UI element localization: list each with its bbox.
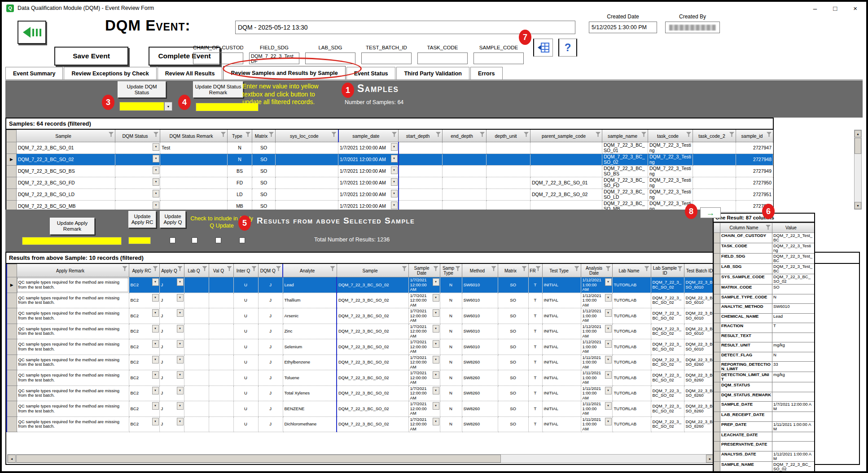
dropdown-button[interactable] [391, 155, 398, 162]
scrollbar-thumb[interactable] [16, 455, 501, 463]
dropdown-button[interactable] [605, 402, 612, 410]
sample-row[interactable]: DQM_7_22_3_BC_SO_LD LD SO 1/7/2021 12:00… [7, 189, 773, 201]
row-selector[interactable] [7, 401, 17, 417]
filter-funnel-icon[interactable] [221, 132, 226, 137]
tab[interactable]: Errors [470, 67, 503, 79]
row-selector[interactable] [714, 274, 720, 285]
results-column-header[interactable]: FR [528, 264, 542, 277]
one-result-row[interactable]: DETECT_FLAG N [714, 352, 815, 362]
samples-column-header[interactable]: sample_date [338, 130, 399, 142]
apply-q-include-checkbox[interactable] [239, 237, 245, 243]
one-result-row[interactable]: FIELD_SDG DQM_7_22_3_Test_BC [714, 254, 815, 264]
samples-column-header[interactable]: Type [228, 130, 252, 142]
results-column-header[interactable]: Inter Q [233, 264, 258, 277]
dropdown-button[interactable] [433, 278, 439, 286]
filter-funnel-icon[interactable] [524, 132, 529, 137]
sample-date-cell[interactable]: 1/7/2021 12:00:00 AM [338, 154, 399, 166]
apply-q-cell[interactable]: J [159, 339, 184, 355]
one-result-row[interactable]: ANALYTIC_METHOD SW6010 [714, 304, 815, 314]
row-selector[interactable] [7, 166, 17, 177]
result-row[interactable]: QC sample types required for the method … [7, 401, 741, 417]
apply-rc-cell[interactable]: BC2 [129, 355, 159, 370]
dropdown-button[interactable] [433, 387, 439, 394]
filter-funnel-icon[interactable] [436, 132, 441, 137]
dropdown-button[interactable] [391, 143, 398, 151]
dropdown-button[interactable] [152, 387, 159, 394]
apply-q-cell[interactable]: J [159, 401, 184, 417]
row-selector[interactable] [7, 339, 17, 355]
dropdown-button[interactable] [152, 309, 159, 317]
row-selector[interactable] [714, 402, 720, 412]
minimize-button[interactable]: – [813, 4, 817, 12]
results-column-header[interactable]: Val Q [209, 264, 233, 277]
samples-column-header[interactable]: sample_name [602, 130, 648, 142]
one-result-row[interactable]: CHEMICAL_NAME Lead [714, 313, 815, 323]
one-result-row[interactable]: PRESERVATIVE_DATE [714, 442, 815, 451]
apply-rc-cell[interactable]: BC2 [129, 308, 159, 324]
apply-q-cell[interactable]: J [159, 277, 184, 293]
filter-funnel-icon[interactable] [178, 266, 183, 271]
analysis-date-cell[interactable]: 1/12/2021 1:00:00 AM [581, 324, 612, 339]
tab[interactable]: Review All Results [158, 67, 223, 79]
one-result-row[interactable]: REPORTING_DETECTION_LIMIT 33 [714, 362, 815, 372]
row-selector[interactable] [714, 432, 720, 442]
header-field-input[interactable] [473, 53, 524, 64]
filter-funnel-icon[interactable] [153, 132, 158, 137]
update-apply-q-button[interactable]: Update Apply Q [160, 211, 186, 228]
sample-date-cell[interactable]: 1/7/2021 12:00:00 AM [408, 277, 440, 293]
one-result-row[interactable]: SAMPLE_NAME DQM_7_22_3_BC_SO_02 [714, 461, 815, 472]
dropdown-button[interactable] [153, 178, 159, 186]
one-result-row[interactable]: RESULT_UNIT mg/kg [714, 342, 815, 352]
filter-funnel-icon[interactable] [227, 266, 232, 271]
sample-date-cell[interactable]: 1/7/2021 12:00:00 AM [338, 189, 399, 201]
dropdown-button[interactable] [177, 356, 184, 364]
dropdown-button[interactable] [391, 166, 398, 174]
dqm-status-cell[interactable] [115, 142, 160, 154]
dropdown-button[interactable] [391, 190, 398, 197]
analysis-date-cell[interactable]: 1/12/2021 1:00:00 AM [581, 339, 612, 355]
tab[interactable]: Third Party Validation [396, 67, 469, 79]
dropdown-button[interactable] [152, 340, 159, 348]
show-one-result-button[interactable]: → [700, 207, 721, 218]
one-result-row[interactable]: LAB_RECEIPT_DATE [714, 412, 815, 422]
row-selector[interactable] [714, 362, 720, 372]
one-result-row[interactable]: SYS_SAMPLE_CODE DQM_7_22_3_BC_SO_02 [714, 274, 815, 285]
row-selector[interactable] [714, 333, 720, 342]
row-selector[interactable] [714, 294, 720, 304]
one-result-row[interactable]: PREP_DATE 1/11/2021 1:00:00 AM [714, 421, 815, 432]
result-row[interactable]: QC sample types required for the method … [7, 293, 741, 308]
result-row[interactable]: QC sample types required for the method … [7, 416, 741, 432]
row-selector[interactable] [7, 189, 17, 201]
one-result-row[interactable]: DQM_STATUS_REMARK [714, 392, 815, 402]
apply-q-cell[interactable]: J [159, 416, 184, 432]
column-name-header[interactable]: Column Name [720, 223, 772, 233]
dropdown-button[interactable] [605, 418, 612, 425]
dropdown-button[interactable] [177, 294, 184, 302]
row-selector[interactable] [714, 372, 720, 382]
result-row[interactable]: QC sample types required for the method … [7, 370, 741, 386]
column-chooser-button[interactable] [533, 39, 553, 57]
one-result-row[interactable]: CHAIN_OF_CUSTODY DQM_7_22_3_Test_BC [714, 233, 815, 243]
results-column-header[interactable]: Lab Sample ID [651, 264, 684, 277]
dropdown-button[interactable] [605, 356, 612, 364]
sample-row[interactable]: DQM_7_22_3_BC_SO_01 Test N SO 1/7/2021 1… [7, 142, 773, 154]
row-selector[interactable] [7, 385, 17, 401]
header-field-input[interactable] [193, 53, 243, 64]
dqm-status-update-combo[interactable] [119, 102, 172, 111]
header-field-input[interactable] [305, 53, 355, 64]
sample-date-cell[interactable]: 1/7/2021 12:00:00 AM [408, 355, 440, 370]
filter-funnel-icon[interactable] [252, 266, 257, 271]
filter-funnel-icon[interactable] [109, 132, 114, 137]
dropdown-button[interactable] [605, 278, 612, 286]
dropdown-button[interactable] [433, 402, 439, 410]
filter-funnel-icon[interactable] [606, 266, 611, 271]
samples-column-header[interactable]: Sample [17, 130, 115, 142]
apply-q-cell[interactable]: J [159, 370, 184, 386]
row-selector[interactable] [7, 308, 17, 324]
row-selector[interactable] [7, 370, 17, 386]
sample-row[interactable]: DQM_7_22_3_BC_SO_FD FD SO 1/7/2021 12:00… [7, 177, 773, 189]
apply-remark-cell[interactable]: QC sample types required for the method … [17, 355, 129, 370]
analysis-date-cell[interactable]: 1/12/2021 1:00:00 AM [581, 308, 612, 324]
dropdown-button[interactable] [433, 325, 439, 333]
filter-funnel-icon[interactable] [269, 132, 274, 137]
